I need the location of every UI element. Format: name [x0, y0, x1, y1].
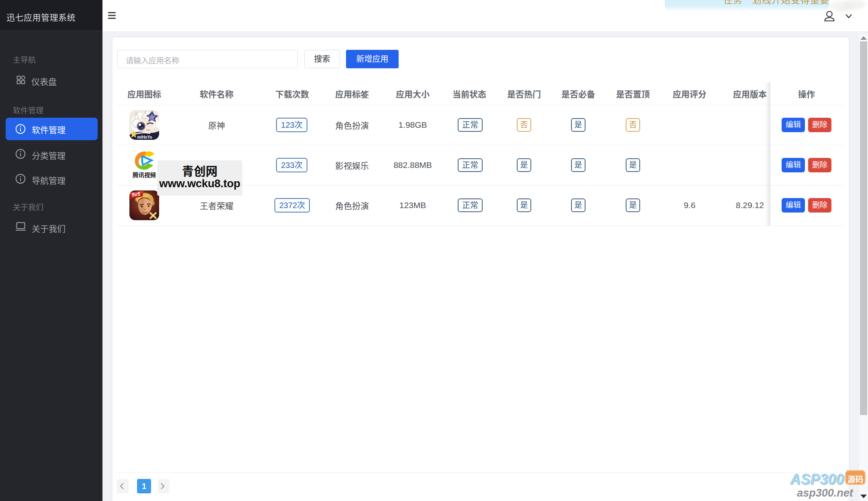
svg-text:miHoYo: miHoYo: [137, 135, 152, 139]
svg-text:腾讯视频: 腾讯视频: [133, 172, 156, 178]
